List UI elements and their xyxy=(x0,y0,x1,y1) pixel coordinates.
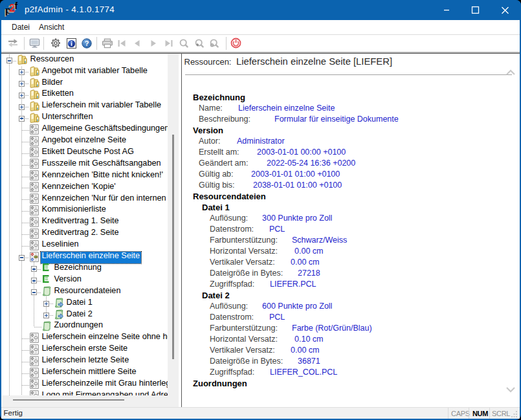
svg-text:?: ? xyxy=(84,39,89,47)
